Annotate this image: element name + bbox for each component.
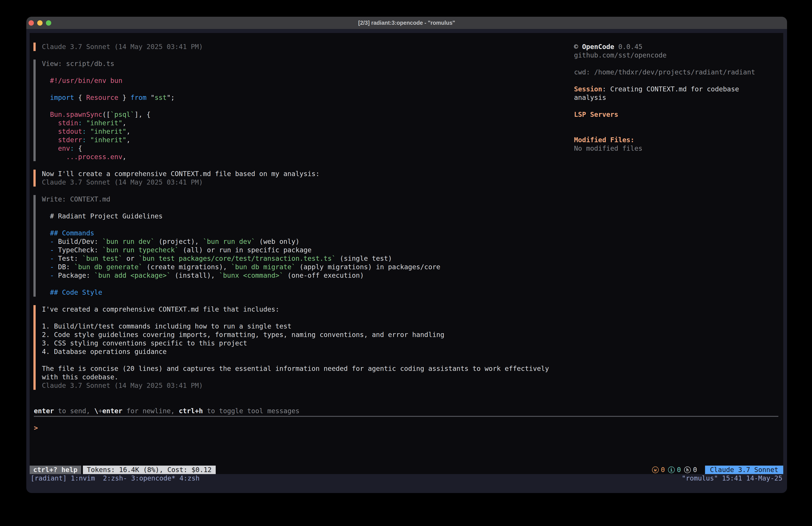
message-block-bar — [33, 178, 36, 187]
terminal-line: ...process.env, — [33, 153, 549, 161]
tool-block-bar — [33, 195, 36, 203]
terminal-line: 1. Build/lint/test commands including ho… — [33, 322, 549, 330]
message-block-bar — [33, 347, 36, 356]
terminal-line: No modified files — [574, 144, 755, 153]
counter-value: 0 — [693, 466, 697, 474]
terminal-body: Claude 3.7 Sonnet (14 May 2025 03:41 PM)… — [26, 29, 787, 493]
message-block-bar — [33, 365, 36, 373]
h-circle-icon: h — [684, 467, 691, 473]
tool-block-bar — [33, 203, 36, 212]
tool-block-bar — [33, 153, 36, 161]
terminal-line: Claude 3.7 Sonnet (14 May 2025 03:41 PM) — [33, 178, 549, 187]
terminal-line — [574, 59, 755, 68]
tool-block-bar — [33, 136, 36, 144]
counter-value: 0 — [677, 466, 681, 474]
terminal-line: - DB: `bun db generate` (create migratio… — [33, 263, 549, 271]
status-right: w0i0h0 Claude 3.7 Sonnet — [652, 466, 783, 474]
terminal-line: - Package: `bun add <package>` (install)… — [33, 271, 549, 280]
prompt-input[interactable]: > — [34, 424, 38, 432]
prompt-caret-icon: > — [34, 424, 38, 432]
tmux-status-bar: [radiant] 1:nvim 2:zsh- 3:opencode* 4:zs… — [30, 474, 783, 483]
terminal-line: Now I'll create a comprehensive CONTEXT.… — [33, 170, 549, 178]
terminal-line: View: script/db.ts — [33, 59, 549, 68]
terminal-line — [33, 85, 549, 94]
tool-block-bar — [33, 246, 36, 254]
tool-block-bar — [33, 221, 36, 229]
tool-block-bar — [33, 102, 36, 110]
terminal-line: The file is concise (20 lines) and captu… — [33, 365, 549, 373]
tool-block-bar — [33, 127, 36, 136]
tokens-cost-chip: Tokens: 16.4K (8%), Cost: $0.12 — [83, 466, 216, 474]
close-button[interactable] — [29, 20, 34, 26]
terminal-line: env: { — [33, 144, 549, 153]
terminal-line: cwd: /home/thdxr/dev/projects/radiant/ra… — [574, 68, 755, 76]
tool-block-bar — [33, 212, 36, 221]
terminal-line — [33, 187, 549, 195]
message-block-bar — [33, 381, 36, 390]
terminal-line — [33, 161, 549, 170]
tmux-window-list[interactable]: [radiant] 1:nvim 2:zsh- 3:opencode* 4:zs… — [30, 474, 200, 483]
terminal-line: - Test: `bun test` or `bun test packages… — [33, 254, 549, 263]
minimize-button[interactable] — [37, 20, 43, 26]
terminal-line: 2. Code style guidelines covering import… — [33, 330, 549, 339]
message-block-bar — [33, 170, 36, 178]
terminal-line: - Build/Dev: `bun run dev` (project), `b… — [33, 237, 549, 246]
diagnostic-counters: w0i0h0 — [652, 466, 697, 474]
message-block-bar — [33, 373, 36, 381]
terminal-line: import { Resource } from "sst"; — [33, 94, 549, 102]
editor-hint: enter to send, \+enter for newline, ctrl… — [34, 407, 300, 415]
warnings-counter: w0 — [652, 466, 665, 474]
tool-block-bar — [33, 254, 36, 263]
terminal-line: analysis — [574, 94, 755, 102]
tool-block-bar — [33, 59, 36, 68]
help-chip[interactable]: ctrl+? help — [30, 466, 81, 474]
terminal-line: enter to send, \+enter for newline, ctrl… — [34, 407, 300, 415]
message-block-bar — [33, 356, 36, 365]
tool-block-bar — [33, 94, 36, 102]
terminal-line — [33, 280, 549, 288]
terminal-line: with this codebase. — [33, 373, 549, 381]
i-circle-icon: i — [668, 467, 675, 473]
terminal-line: ## Code Style — [33, 288, 549, 297]
terminal-line — [574, 127, 755, 136]
terminal-line — [574, 76, 755, 85]
terminal-line: github.com/sst/opencode — [574, 51, 755, 59]
terminal-line — [33, 314, 549, 322]
message-block-bar — [33, 305, 36, 314]
tool-block-bar — [33, 288, 36, 297]
terminal-line: LSP Servers — [574, 110, 755, 119]
terminal-line — [33, 221, 549, 229]
status-bar: ctrl+? help Tokens: 16.4K (8%), Cost: $0… — [30, 466, 783, 474]
terminal-line — [33, 68, 549, 76]
zoom-button[interactable] — [46, 20, 51, 26]
terminal-line: stdout: "inherit", — [33, 127, 549, 136]
terminal-line — [33, 297, 549, 305]
w-circle-icon: w — [652, 467, 659, 473]
terminal-line: Session: Creating CONTEXT.md for codebas… — [574, 85, 755, 94]
tool-block-bar — [33, 76, 36, 85]
terminal-line: © OpenCode 0.0.45 — [574, 43, 755, 51]
terminal-line: 3. CSS styling conventions specific to t… — [33, 339, 549, 347]
terminal-line: stdin: "inherit", — [33, 119, 549, 127]
terminal-line: Bun.spawnSync([`psql`], { — [33, 110, 549, 119]
message-block-bar — [33, 314, 36, 322]
terminal-line — [33, 356, 549, 365]
traffic-lights — [29, 20, 51, 26]
terminal-line: Claude 3.7 Sonnet (14 May 2025 03:41 PM) — [33, 43, 549, 51]
tool-block-bar — [33, 110, 36, 119]
tool-block-bar — [33, 85, 36, 94]
hints-counter: h0 — [684, 466, 697, 474]
terminal-line: 4. Database operations guidance — [33, 347, 549, 356]
tool-block-bar — [33, 280, 36, 288]
terminal-line: stderr: "inherit", — [33, 136, 549, 144]
terminal-line: # Radiant Project Guidelines — [33, 212, 549, 221]
status-left: ctrl+? help Tokens: 16.4K (8%), Cost: $0… — [30, 466, 216, 474]
chat-transcript: Claude 3.7 Sonnet (14 May 2025 03:41 PM)… — [33, 43, 549, 390]
tool-block-bar — [33, 119, 36, 127]
tool-block-bar — [33, 271, 36, 280]
tool-block-bar — [33, 68, 36, 76]
model-badge[interactable]: Claude 3.7 Sonnet — [705, 466, 783, 474]
tmux-session-info: "romulus" 15:41 14-May-25 — [682, 474, 782, 483]
terminal-window: [2/3] radiant:3:opencode - "romulus" Cla… — [26, 17, 787, 493]
titlebar: [2/3] radiant:3:opencode - "romulus" — [26, 17, 787, 29]
